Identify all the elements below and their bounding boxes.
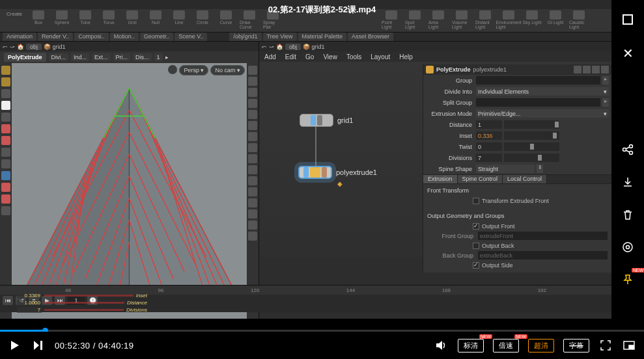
- vtr-icon[interactable]: [248, 99, 257, 108]
- netpath-grid1[interactable]: 📦 grid1: [303, 44, 325, 50]
- tab-extrusion[interactable]: Extrusion: [423, 175, 458, 183]
- shelf-envlight[interactable]: Environment Light: [499, 10, 518, 31]
- home-icon[interactable]: 🏠: [17, 44, 24, 50]
- menu-add[interactable]: Add: [264, 53, 276, 60]
- viewport-3d[interactable]: Persp ▾ No cam ▾: [12, 63, 247, 319]
- tab-render[interactable]: Render V..: [38, 33, 73, 41]
- shelf-sphere[interactable]: Sphere: [52, 10, 72, 31]
- vtr-icon[interactable]: [248, 187, 257, 196]
- spine-ramp-icon[interactable]: ⬇: [537, 165, 543, 173]
- vtr-icon[interactable]: [248, 232, 257, 241]
- fullscreen-icon[interactable]: [598, 338, 613, 352]
- menu-layout[interactable]: Layout: [371, 53, 390, 60]
- vt-icon[interactable]: [1, 171, 10, 180]
- shelf-drawcurve[interactable]: Draw Curve: [240, 10, 259, 31]
- mode-dropdown[interactable]: Primitive/Edge...▾: [476, 109, 609, 118]
- tab-composite[interactable]: Composi..: [74, 33, 109, 41]
- tab-treeview[interactable]: Tree View: [263, 33, 297, 41]
- shelf-box[interactable]: Box: [29, 10, 48, 31]
- vt-icon[interactable]: [1, 148, 10, 157]
- tab-spine[interactable]: Spine Control: [458, 175, 503, 183]
- vtr-icon[interactable]: [248, 220, 257, 230]
- op-f3[interactable]: Ext...: [92, 53, 111, 61]
- tab-sceneview[interactable]: Scene V..: [175, 33, 207, 41]
- vt-icon[interactable]: [1, 113, 10, 122]
- vtr-icon[interactable]: [248, 66, 257, 75]
- op-f5[interactable]: Dis...: [133, 53, 152, 61]
- minimize-button[interactable]: [620, 13, 636, 26]
- twist-slider[interactable]: [504, 142, 559, 151]
- shelf-tab[interactable]: Create: [4, 10, 25, 18]
- inset-field[interactable]: 0.336: [476, 131, 502, 140]
- menu-help[interactable]: Help: [399, 53, 413, 60]
- distance-field[interactable]: 1: [476, 120, 502, 129]
- play-pause-button[interactable]: [8, 338, 22, 352]
- vtr-icon[interactable]: [248, 165, 257, 174]
- back-group-field[interactable]: extrudeBack: [478, 251, 608, 259]
- vtr-icon[interactable]: [248, 121, 257, 130]
- next-button[interactable]: [31, 338, 46, 352]
- vtr-icon[interactable]: [248, 143, 257, 152]
- lock-icon[interactable]: [168, 65, 177, 74]
- pin-icon[interactable]: [583, 66, 591, 73]
- shelf-gilight[interactable]: GI Light: [546, 10, 565, 31]
- split-menu-icon[interactable]: ▸: [602, 98, 609, 107]
- quality-hd-button[interactable]: 超清: [528, 339, 554, 352]
- path-grid1[interactable]: 📦 grid1: [44, 44, 66, 50]
- pip-icon[interactable]: [622, 338, 636, 352]
- shelf-tube[interactable]: Tube: [76, 10, 95, 31]
- vt-icon[interactable]: [1, 183, 10, 192]
- close-icon[interactable]: [601, 66, 609, 73]
- node-polyextrude1[interactable]: polyextrude1: [298, 166, 377, 179]
- vt-icon[interactable]: [1, 77, 10, 86]
- shelf-curve[interactable]: Curve: [216, 10, 236, 31]
- tab-geometry[interactable]: Geometr..: [140, 33, 174, 41]
- chk-transform-front[interactable]: [473, 198, 479, 204]
- home-icon[interactable]: 🏠: [276, 44, 283, 50]
- quality-standard-button[interactable]: 标清: [458, 339, 484, 352]
- close-button[interactable]: ✕: [620, 46, 636, 61]
- vt-icon[interactable]: [1, 194, 10, 204]
- pin-icon[interactable]: [620, 273, 636, 286]
- speed-button[interactable]: 倍速: [493, 339, 519, 352]
- shelf-causticlight[interactable]: Caustic Light: [569, 10, 589, 31]
- persp-button[interactable]: Persp ▾: [179, 65, 208, 75]
- shelf-null[interactable]: Null: [146, 10, 165, 31]
- shelf-distlight[interactable]: Distant Light: [475, 10, 495, 31]
- shelf-skylight[interactable]: Sky Light: [522, 10, 542, 31]
- delete-icon[interactable]: [620, 208, 636, 221]
- inset-slider[interactable]: [504, 131, 559, 140]
- split-field[interactable]: [476, 98, 600, 107]
- group-menu-icon[interactable]: ▸: [602, 76, 609, 85]
- tab-animation[interactable]: Animation: [3, 33, 36, 41]
- gear-icon[interactable]: [574, 66, 581, 73]
- front-group-field[interactable]: extrudeFront: [478, 232, 608, 240]
- vt-icon[interactable]: [1, 159, 10, 168]
- tab-assetbrowser[interactable]: Asset Browser: [348, 33, 393, 41]
- op-f6[interactable]: 1: [154, 53, 163, 61]
- shelf-arealight[interactable]: Area Light: [428, 10, 448, 31]
- vtr-icon[interactable]: [248, 110, 257, 119]
- vt-icon[interactable]: [1, 136, 10, 145]
- vtr-icon[interactable]: [248, 198, 257, 207]
- divisions-slider[interactable]: [504, 153, 559, 162]
- share-icon[interactable]: [620, 143, 636, 156]
- distance-slider[interactable]: [504, 120, 559, 129]
- op-f2[interactable]: Ind...: [71, 53, 89, 61]
- vtr-icon[interactable]: [248, 77, 257, 86]
- vt-arrow-icon[interactable]: [1, 101, 10, 110]
- group-field[interactable]: [476, 76, 600, 85]
- path-obj[interactable]: obj: [26, 44, 42, 50]
- help-icon[interactable]: [592, 66, 600, 73]
- vt-icon[interactable]: [1, 124, 10, 133]
- chk-output-front[interactable]: [473, 223, 479, 230]
- netpath-obj[interactable]: obj: [285, 44, 301, 50]
- node-grid1[interactable]: grid1: [300, 114, 353, 127]
- hud-div-slider[interactable]: [44, 309, 124, 311]
- first-frame-button[interactable]: ⏮: [3, 296, 13, 305]
- vtr-icon[interactable]: [248, 154, 257, 163]
- hud-inset-slider[interactable]: [44, 295, 133, 297]
- download-icon[interactable]: [620, 176, 636, 189]
- shelf-pointlight[interactable]: Point Light: [382, 10, 401, 31]
- vt-icon[interactable]: [1, 206, 10, 215]
